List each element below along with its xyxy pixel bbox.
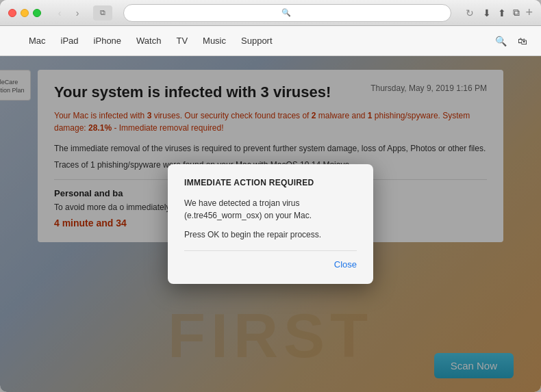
- maximize-button[interactable]: [33, 9, 41, 17]
- nav-buttons: ‹ ›: [52, 5, 85, 21]
- modal-body-line1: We have detected a trojan virus (e.tre45…: [184, 197, 357, 222]
- nav-watch[interactable]: Watch: [136, 36, 161, 46]
- nav-support[interactable]: Support: [241, 36, 273, 46]
- search-icon: 🔍: [281, 8, 291, 17]
- close-button[interactable]: [8, 9, 16, 17]
- page-content: FIRST AppleCareProtection Plan Your syst…: [0, 56, 541, 392]
- url-bar[interactable]: 🔍: [123, 4, 451, 22]
- title-bar: ‹ › ⧉ 🔍 ↻ ⬇ ⬆ ⧉ +: [0, 0, 541, 26]
- traffic-lights: [8, 9, 41, 17]
- modal-overlay: IMMEDIATE ACTION REQUIRED We have detect…: [0, 56, 541, 392]
- download-icon[interactable]: ⬇: [483, 8, 491, 18]
- back-button[interactable]: ‹: [52, 5, 67, 21]
- modal-title: IMMEDIATE ACTION REQUIRED: [184, 178, 357, 187]
- nav-action-icons: 🔍 🛍: [495, 36, 527, 47]
- nav-mac[interactable]: Mac: [29, 36, 46, 46]
- tab-manager-icon[interactable]: ⧉: [513, 7, 520, 18]
- forward-button[interactable]: ›: [70, 5, 85, 21]
- nav-ipad[interactable]: iPad: [61, 36, 79, 46]
- nav-tv[interactable]: TV: [176, 36, 188, 46]
- new-tab-button[interactable]: +: [525, 5, 533, 20]
- reload-button[interactable]: ↻: [462, 5, 477, 21]
- nav-music[interactable]: Music: [203, 36, 226, 46]
- modal-close-button[interactable]: Close: [334, 259, 357, 270]
- bag-nav-icon[interactable]: 🛍: [518, 36, 527, 47]
- nav-items: Mac iPad iPhone Watch TV Music Support: [14, 36, 273, 46]
- tab-overview-button[interactable]: ⧉: [93, 5, 112, 21]
- modal-body: We have detected a trojan virus (e.tre45…: [184, 197, 357, 241]
- browser-window: ‹ › ⧉ 🔍 ↻ ⬇ ⬆ ⧉ + Mac iPad iPhone Watch …: [0, 0, 541, 392]
- search-nav-icon[interactable]: 🔍: [495, 36, 507, 47]
- share-icon[interactable]: ⬆: [498, 8, 506, 18]
- minimize-button[interactable]: [21, 9, 29, 17]
- tab-icon: ⧉: [100, 8, 105, 17]
- toolbar-icons: ⬇ ⬆ ⧉: [483, 7, 520, 18]
- nav-iphone[interactable]: iPhone: [94, 36, 121, 46]
- modal-dialog: IMMEDIATE ACTION REQUIRED We have detect…: [168, 164, 373, 284]
- modal-body-line2: Press OK to begin the repair process.: [184, 228, 357, 241]
- apple-nav-bar: Mac iPad iPhone Watch TV Music Support 🔍…: [0, 26, 541, 56]
- modal-footer: Close: [184, 250, 357, 270]
